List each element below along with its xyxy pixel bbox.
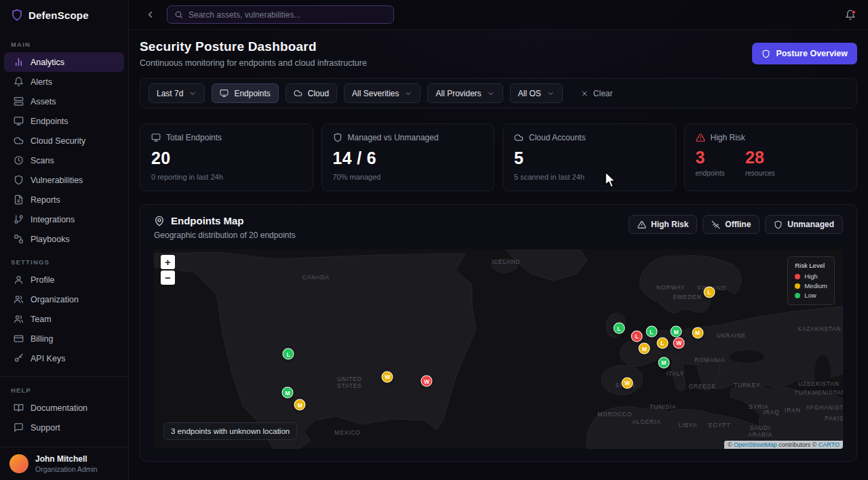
map-marker-w-medium[interactable]: W	[621, 377, 633, 388]
sidebar-item-organization[interactable]: Organization	[4, 289, 124, 309]
app-logo[interactable]: DefenScope	[0, 0, 128, 30]
stat-value: 5	[514, 148, 665, 168]
map-legend: Risk Level HighMediumLow	[787, 256, 835, 305]
sidebar-item-label: Playbooks	[31, 235, 70, 244]
shield-icon	[14, 175, 24, 185]
map-header: Endpoints Map Geographic distribution of…	[154, 215, 843, 240]
page-title: Security Posture Dashboard	[140, 39, 367, 54]
map-marker-m-medium[interactable]: M	[692, 327, 703, 338]
zoom-out-button[interactable]: −	[161, 271, 175, 285]
map-marker-m-low[interactable]: M	[658, 357, 669, 368]
sidebar-item-api-keys[interactable]: API Keys	[4, 348, 124, 368]
map-filter-high-risk-button[interactable]: High Risk	[629, 215, 697, 234]
map-marker-l-medium[interactable]: L	[703, 286, 715, 298]
cloud-toggle-label: Cloud	[308, 89, 329, 98]
stat-metric: 3endpoints	[696, 148, 725, 177]
page-header: Security Posture Dashboard Continuous mo…	[140, 39, 857, 68]
zoom-in-button[interactable]: +	[161, 255, 175, 269]
attribution-prefix: ©	[728, 441, 734, 448]
map-marker-l-medium[interactable]: L	[656, 337, 668, 348]
back-button[interactable]	[141, 6, 159, 24]
sidebar-item-label: Alerts	[31, 77, 52, 87]
attribution-middle: contributors ©	[777, 441, 818, 448]
x-icon	[580, 89, 589, 98]
endpoints-toggle[interactable]: Endpoints	[212, 83, 278, 103]
map-filter-unmanaged-button[interactable]: Unmanaged	[765, 215, 843, 234]
map-marker-w-medium[interactable]: W	[382, 371, 393, 382]
map-marker-m-medium[interactable]: M	[294, 399, 306, 411]
sidebar-item-label: Documentation	[31, 403, 87, 413]
os-select[interactable]: All OS	[510, 83, 563, 103]
sidebar-item-reports[interactable]: Reports	[4, 190, 124, 209]
sidebar-item-team[interactable]: Team	[4, 309, 124, 329]
time-range-value: Last 7d	[157, 89, 183, 98]
monitor-icon	[151, 133, 161, 142]
legend-item-high: High	[795, 273, 827, 280]
map-marker-l-low[interactable]: L	[613, 323, 625, 334]
cloud-toggle[interactable]: Cloud	[285, 83, 337, 103]
shield-icon	[762, 49, 770, 58]
carto-link[interactable]: CARTO	[818, 441, 840, 448]
time-range-select[interactable]: Last 7d	[149, 83, 205, 103]
clear-filters-button[interactable]: Clear	[580, 89, 613, 98]
search-input[interactable]	[189, 10, 387, 20]
openstreetmap-link[interactable]: OpenStreetMap	[734, 441, 777, 448]
severities-value: All Severities	[352, 89, 399, 98]
sidebar-item-label: Vulnerabilities	[31, 176, 83, 185]
stat-value: 28	[745, 148, 775, 167]
topbar	[129, 0, 868, 30]
providers-select[interactable]: All Providers	[427, 83, 502, 103]
map-marker-w-high[interactable]: W	[421, 376, 433, 387]
git-branch-icon	[14, 214, 24, 224]
legend-dot	[795, 283, 800, 289]
sidebar-item-support[interactable]: Support	[4, 418, 124, 437]
map-marker-l-high[interactable]: L	[631, 330, 643, 342]
endpoints-map-card: Endpoints Map Geographic distribution of…	[140, 204, 857, 462]
map-pin-icon	[154, 216, 165, 226]
severities-select[interactable]: All Severities	[344, 83, 420, 103]
sidebar-item-vulnerabilities[interactable]: Vulnerabilities	[4, 170, 124, 190]
sidebar-item-profile[interactable]: Profile	[4, 270, 124, 289]
cloud-icon	[294, 89, 302, 98]
sidebar-item-endpoints[interactable]: Endpoints	[4, 111, 124, 131]
stat-label: Total Endpoints	[166, 133, 222, 142]
alert-triangle-icon	[696, 133, 705, 142]
sidebar-item-alerts[interactable]: Alerts	[4, 72, 124, 92]
sidebar-item-label: Billing	[31, 334, 53, 344]
map-viewport[interactable]: ICELANDNORWAYSWEDENFINLANDCANADAUNITED S…	[154, 249, 843, 449]
legend-dot	[795, 274, 800, 279]
posture-overview-button[interactable]: Posture Overview	[752, 43, 857, 64]
filter-bar: Last 7d Endpoints Cloud All Severities A…	[140, 78, 857, 108]
sidebar-item-integrations[interactable]: Integrations	[4, 209, 124, 229]
book-open-icon	[14, 403, 24, 413]
map-marker-m-medium[interactable]: M	[639, 343, 650, 355]
sidebar-item-label: Assets	[31, 97, 56, 106]
sidebar-item-cloud-security[interactable]: Cloud Security	[4, 131, 124, 151]
nav-section-settings: SETTINGSProfileOrganizationTeamBillingAP…	[0, 249, 128, 368]
map-marker-w-high[interactable]: W	[673, 337, 685, 348]
sidebar-item-label: Scans	[31, 156, 54, 165]
shield-icon	[11, 9, 23, 21]
search-box[interactable]	[167, 5, 394, 24]
legend-title: Risk Level	[795, 262, 827, 269]
sidebar-item-analytics[interactable]: Analytics	[4, 52, 124, 72]
sidebar-item-assets[interactable]: Assets	[4, 92, 124, 111]
stat-value: 14 / 6	[333, 148, 484, 168]
starfield-decoration	[129, 30, 130, 31]
sidebar-item-billing[interactable]: Billing	[4, 329, 124, 348]
stat-footer: 0 reporting in last 24h	[151, 173, 302, 181]
sidebar-item-documentation[interactable]: Documentation	[4, 398, 124, 418]
map-filter-offline-button[interactable]: Offline	[703, 215, 760, 234]
zoom-control: + −	[161, 255, 175, 285]
sidebar-item-scans[interactable]: Scans	[4, 151, 124, 170]
map-marker-l-low[interactable]: L	[283, 348, 294, 360]
map-marker-m-low[interactable]: M	[671, 326, 682, 338]
stat-card-total-endpoints: Total Endpoints200 reporting in last 24h	[140, 123, 313, 191]
user-profile[interactable]: John Mitchell Organization Admin	[0, 447, 128, 480]
map-subtitle: Geographic distribution of 20 endpoints	[154, 231, 296, 240]
map-marker-m-low[interactable]: M	[282, 387, 294, 399]
notifications-button[interactable]	[845, 9, 856, 20]
sidebar-item-playbooks[interactable]: Playbooks	[4, 229, 124, 249]
nav-section-main: MAINAnalyticsAlertsAssetsEndpointsCloud …	[0, 31, 128, 249]
map-marker-l-low[interactable]: L	[646, 326, 657, 338]
